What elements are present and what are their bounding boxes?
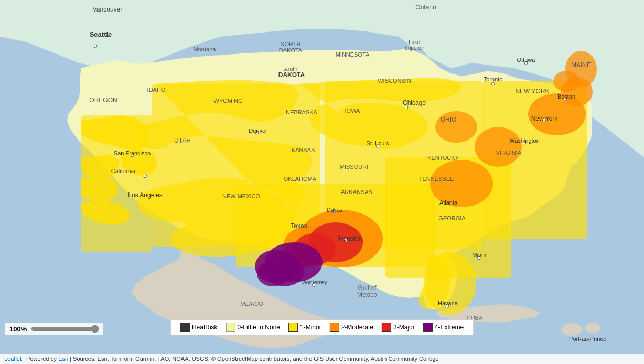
svg-text:Chicago: Chicago: [403, 99, 426, 106]
svg-text:NEW MEXICO: NEW MEXICO: [222, 193, 261, 199]
svg-text:Houston: Houston: [339, 235, 362, 242]
svg-text:Seattle: Seattle: [90, 30, 112, 38]
attribution-bar: Leaflet | Powered by Esri | Sources: Esr…: [0, 354, 644, 364]
legend-label-0: 0-Little to None: [238, 324, 280, 331]
svg-text:Monterrey: Monterrey: [301, 279, 327, 285]
svg-text:San Francisco: San Francisco: [114, 150, 151, 156]
svg-rect-9: [81, 115, 152, 252]
svg-text:DAKOTA: DAKOTA: [279, 47, 303, 53]
esri-link[interactable]: Esri: [58, 356, 68, 362]
svg-point-31: [94, 45, 97, 48]
legend-label-1: 1-Minor: [300, 324, 321, 331]
legend-swatch-3: [382, 323, 391, 332]
svg-text:Atlanta: Atlanta: [439, 199, 458, 206]
svg-point-5: [561, 323, 582, 336]
svg-text:Dallas: Dallas: [327, 207, 343, 213]
svg-point-29: [257, 261, 288, 286]
legend-title-swatch: [180, 323, 190, 332]
legend-swatch-2: [330, 323, 339, 332]
attribution-text: | Powered by: [23, 356, 58, 362]
svg-text:TENNESSEE: TENNESSEE: [419, 176, 454, 182]
svg-text:St. Louis: St. Louis: [367, 140, 389, 146]
svg-text:MINNESOTA: MINNESOTA: [336, 51, 370, 58]
zoom-slider[interactable]: [31, 325, 99, 333]
legend-label-3: 3-Major: [393, 324, 415, 331]
svg-text:New York: New York: [531, 115, 559, 122]
svg-text:Los Angeles: Los Angeles: [128, 191, 162, 199]
svg-point-17: [475, 127, 522, 167]
legend-item-0: 0-Little to None: [222, 323, 284, 332]
svg-text:Lake: Lake: [409, 39, 420, 45]
svg-text:MAINE: MAINE: [571, 61, 591, 69]
svg-text:Montana: Montana: [194, 46, 217, 52]
svg-text:GEORGIA: GEORGIA: [438, 215, 466, 221]
svg-text:Denver: Denver: [249, 127, 267, 134]
svg-text:NEW YORK: NEW YORK: [515, 88, 549, 95]
svg-text:California: California: [111, 168, 136, 174]
legend-item-4: 4-Extreme: [419, 323, 468, 332]
legend-swatch-1: [288, 323, 298, 332]
svg-point-21: [553, 71, 579, 92]
svg-text:Toronto: Toronto: [484, 76, 503, 82]
svg-text:KENTUCKY: KENTUCKY: [427, 155, 459, 161]
svg-text:Boston: Boston: [557, 93, 575, 100]
svg-text:Washington: Washington: [509, 137, 540, 144]
legend-title-label: HeatRisk: [192, 324, 218, 331]
svg-text:Miami: Miami: [472, 252, 487, 258]
map-container: Vancouver Seattle Montana OREGON IDAHO W…: [0, 0, 644, 364]
svg-text:OKLAHOMA: OKLAHOMA: [284, 176, 317, 182]
svg-text:Superior: Superior: [404, 45, 424, 51]
svg-text:Texas: Texas: [291, 222, 307, 230]
legend: HeatRisk 0-Little to None 1-Minor 2-Mode…: [170, 319, 474, 335]
svg-text:NEBRASKA: NEBRASKA: [286, 109, 318, 115]
map-svg: Vancouver Seattle Montana OREGON IDAHO W…: [0, 0, 644, 364]
legend-item-2: 2-Moderate: [326, 323, 378, 332]
svg-text:OREGON: OREGON: [89, 97, 117, 104]
svg-text:VIRGINIA: VIRGINIA: [496, 149, 522, 156]
svg-text:NORTH: NORTH: [281, 41, 301, 47]
leaflet-link[interactable]: Leaflet: [4, 356, 22, 362]
svg-text:MÉXICO: MÉXICO: [240, 301, 263, 307]
svg-text:Ontario: Ontario: [415, 4, 436, 11]
legend-label-2: 2-Moderate: [341, 324, 373, 331]
svg-text:IOWA: IOWA: [345, 108, 361, 114]
svg-text:Ottawa: Ottawa: [517, 57, 536, 63]
svg-text:MISSOURI: MISSOURI: [340, 164, 368, 170]
svg-text:UTAH: UTAH: [174, 137, 191, 144]
svg-text:WISCONSIN: WISCONSIN: [378, 78, 411, 84]
svg-text:OHIO: OHIO: [441, 116, 457, 123]
legend-swatch-0: [226, 323, 235, 332]
svg-text:ARKANSAS: ARKANSAS: [341, 189, 372, 195]
legend-swatch-4: [423, 323, 433, 332]
svg-text:Havana: Havana: [438, 300, 458, 306]
attribution-sources: | Sources: Esri, TomTom, Garmin, FAO, NO…: [70, 356, 438, 362]
svg-text:WYOMING: WYOMING: [214, 98, 243, 104]
legend-item-3: 3-Major: [378, 323, 419, 332]
svg-text:Gulf of: Gulf of: [358, 284, 377, 292]
legend-title-item: HeatRisk: [176, 323, 222, 332]
legend-item-1: 1-Minor: [284, 323, 326, 332]
zoom-control: 100%: [5, 323, 103, 335]
legend-label-4: 4-Extreme: [435, 324, 464, 331]
svg-text:Vancouver: Vancouver: [93, 6, 122, 13]
svg-point-6: [585, 323, 600, 333]
svg-text:IDAHO: IDAHO: [147, 87, 166, 93]
svg-text:Mexico: Mexico: [357, 291, 377, 298]
svg-text:KANSAS: KANSAS: [292, 147, 315, 153]
zoom-level-label: 100%: [9, 325, 27, 333]
svg-text:DAKOTA: DAKOTA: [278, 71, 305, 79]
svg-point-34: [144, 175, 147, 178]
svg-point-38: [491, 82, 495, 85]
